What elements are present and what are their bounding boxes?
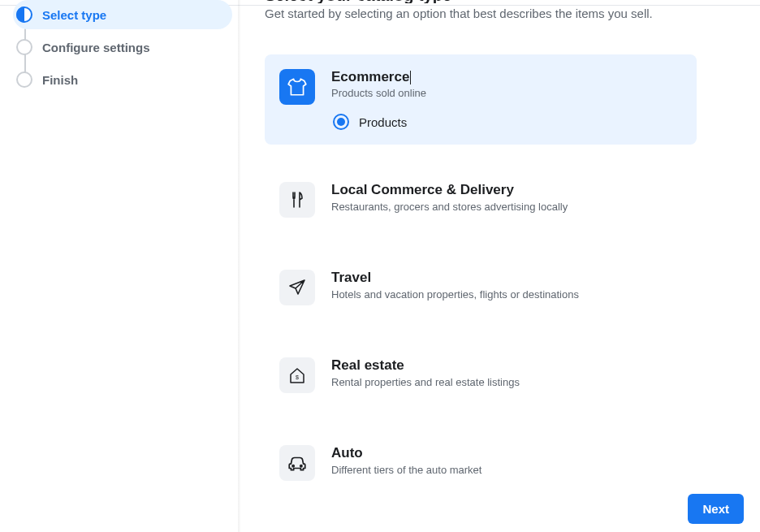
step-indicator-icon bbox=[16, 71, 32, 88]
step-label: Configure settings bbox=[42, 41, 150, 54]
option-title: Auto bbox=[331, 445, 682, 461]
next-button[interactable]: Next bbox=[688, 494, 744, 524]
step-label: Select type bbox=[42, 8, 106, 22]
step-indicator-icon bbox=[16, 39, 32, 55]
svg-text:$: $ bbox=[296, 374, 299, 380]
car-icon bbox=[279, 445, 315, 481]
option-travel[interactable]: Travel Hotels and vacation properties, f… bbox=[265, 255, 697, 320]
plane-icon bbox=[279, 270, 315, 305]
catalog-type-options: Ecommerce Products sold online Products bbox=[265, 54, 697, 532]
radio-products[interactable]: Products bbox=[333, 114, 682, 130]
option-desc: Restaurants, grocers and stores advertis… bbox=[331, 201, 682, 213]
option-ecommerce[interactable]: Ecommerce Products sold online Products bbox=[265, 54, 697, 145]
radio-label: Products bbox=[359, 115, 407, 129]
option-entertainment[interactable]: Entertainment and media Media titles lik… bbox=[265, 518, 697, 532]
option-real-estate[interactable]: $ Real estate Rental properties and real… bbox=[265, 343, 697, 408]
page-title: Select your catalog type bbox=[265, 0, 744, 3]
option-desc: Products sold online bbox=[331, 87, 682, 99]
footer: Next bbox=[688, 494, 744, 524]
option-desc: Different tiers of the auto market bbox=[331, 464, 682, 476]
house-icon: $ bbox=[279, 357, 315, 393]
option-desc: Hotels and vacation properties, flights … bbox=[331, 288, 682, 301]
option-desc: Rental properties and real estate listin… bbox=[331, 376, 682, 388]
svg-point-2 bbox=[300, 465, 302, 467]
option-title: Ecommerce bbox=[331, 69, 682, 85]
main-content: Select your catalog type Get started by … bbox=[240, 0, 760, 532]
step-label: Finish bbox=[42, 73, 78, 87]
step-select-type[interactable]: Select type bbox=[13, 0, 232, 29]
step-indicator-icon bbox=[16, 6, 32, 23]
option-title: Travel bbox=[331, 270, 682, 286]
step-list: Select type Configure settings Finish bbox=[13, 0, 232, 94]
svg-point-1 bbox=[292, 465, 294, 467]
utensils-icon bbox=[279, 182, 315, 218]
text-cursor bbox=[410, 71, 411, 84]
sidebar: Select type Configure settings Finish bbox=[0, 0, 240, 532]
step-finish[interactable]: Finish bbox=[13, 65, 232, 94]
step-configure-settings[interactable]: Configure settings bbox=[13, 32, 232, 62]
option-title: Local Commerce & Delivery bbox=[331, 182, 682, 198]
option-local-commerce[interactable]: Local Commerce & Delivery Restaurants, g… bbox=[265, 167, 697, 232]
page-subtitle: Get started by selecting an option that … bbox=[265, 6, 744, 20]
option-auto[interactable]: Auto Different tiers of the auto market bbox=[265, 430, 697, 495]
radio-icon bbox=[333, 114, 349, 130]
option-title: Real estate bbox=[331, 357, 682, 374]
tshirt-icon bbox=[279, 69, 315, 105]
